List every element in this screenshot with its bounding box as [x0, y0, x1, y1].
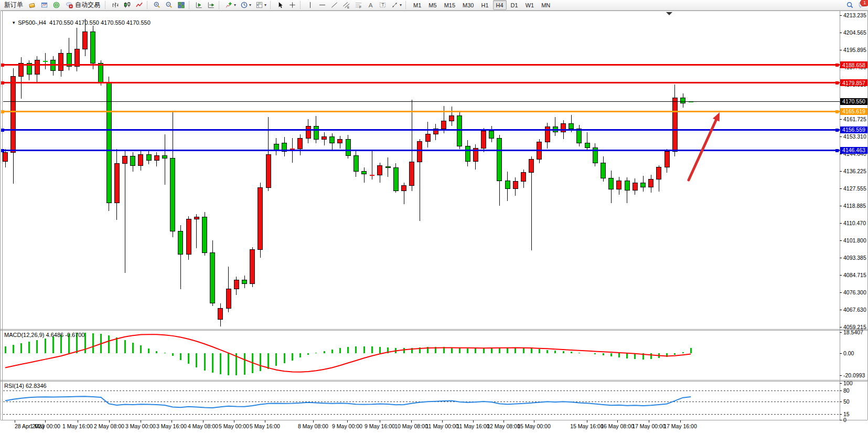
indicators-add-icon: [225, 1, 233, 9]
candle-bull: [378, 165, 382, 175]
annotation-arrow[interactable]: [689, 112, 720, 180]
auto-scroll-icon[interactable]: [206, 0, 217, 10]
candle-bear: [465, 146, 470, 162]
line-handle-left[interactable]: [1, 81, 4, 85]
indicators-add-icon-caret[interactable]: ▾: [234, 3, 236, 7]
timeframe-m1[interactable]: M1: [410, 0, 424, 10]
candle-bull: [250, 249, 255, 284]
line-handle-right[interactable]: [835, 110, 839, 113]
time-tick-label: 2 May 08:00: [94, 423, 124, 429]
line-handle-left[interactable]: [1, 149, 4, 152]
timeframe-d1[interactable]: D1: [508, 0, 521, 10]
time-tick-label: 15 May 16:00: [570, 423, 604, 429]
timeframe-w1-label: W1: [526, 2, 534, 8]
candle-bull: [633, 183, 637, 190]
candle-chart-icon[interactable]: [122, 0, 133, 10]
macd-panel: 18.54070.00-20.0993: [5, 329, 865, 378]
shapes-icon[interactable]: ▾: [389, 0, 403, 10]
candle-bear: [330, 137, 335, 143]
bar-chart-icon[interactable]: [110, 0, 121, 10]
line-handle-left[interactable]: [1, 110, 4, 113]
horizontal-line-icon: [318, 1, 326, 9]
chart-collapse-icon[interactable]: ▼: [12, 20, 16, 25]
search-icon[interactable]: [844, 0, 855, 10]
line-chart-icon[interactable]: [134, 0, 145, 10]
order-ticket-icon[interactable]: [27, 0, 38, 10]
candle-bear: [505, 181, 510, 188]
main-toolbar: 新订单自动交易▾▾▾EFAT▾M1M5M15M30H1H4D1W1MN1: [0, 0, 868, 10]
timeframe-h4-label: H4: [496, 2, 503, 8]
chart-canvas[interactable]: 4213.2354204.5654195.8954187.4804178.810…: [0, 10, 868, 433]
price-tick-label: 4118.885: [843, 203, 866, 209]
trendline-icon[interactable]: [329, 0, 340, 10]
crosshair-icon[interactable]: [287, 0, 298, 10]
indicators-add-icon[interactable]: ▾: [223, 0, 238, 10]
navigator-icon[interactable]: [51, 0, 62, 10]
time-tick-label: 11 May 16:00: [457, 423, 490, 429]
label-tool-icon[interactable]: T: [377, 0, 388, 10]
candle-bull: [617, 181, 621, 189]
chart-shift-marker[interactable]: [666, 12, 672, 15]
line-handle-right[interactable]: [835, 149, 839, 152]
price-tick-label: 4153.310: [843, 133, 866, 140]
timeframe-m15[interactable]: M15: [441, 0, 458, 10]
time-tick-label: 17 May 00:00: [632, 423, 666, 429]
tile-windows-icon[interactable]: [176, 0, 187, 10]
equidistant-channel-icon[interactable]: E: [341, 0, 352, 10]
line-handle-left[interactable]: [1, 129, 4, 132]
timeframe-w1[interactable]: W1: [522, 0, 538, 10]
time-tick-label: 3 May 00:00: [125, 423, 156, 429]
timeframe-h1[interactable]: H1: [478, 0, 491, 10]
periods-icon[interactable]: ▾: [239, 0, 253, 10]
time-tick-label: 9 May 16:00: [365, 423, 395, 429]
candle-bear: [146, 154, 151, 161]
fibonacci-icon[interactable]: F: [353, 0, 364, 10]
timeframe-m30[interactable]: M30: [459, 0, 477, 10]
timeframe-h4[interactable]: H4: [493, 0, 507, 10]
order-ticket-icon: [28, 1, 36, 9]
price-tick-label: 4084.715: [843, 272, 866, 278]
line-handle-right[interactable]: [835, 64, 839, 67]
candle-bear: [91, 32, 95, 64]
periods-icon-caret[interactable]: ▾: [249, 3, 251, 7]
candle-bull: [74, 49, 79, 67]
templates-icon[interactable]: ▾: [254, 0, 268, 10]
cursor-icon[interactable]: [275, 0, 286, 10]
line-handle-right[interactable]: [835, 129, 839, 132]
chart-shift-icon: [195, 1, 203, 9]
timeframe-m5[interactable]: M5: [425, 0, 440, 10]
templates-icon-caret[interactable]: ▾: [264, 3, 266, 7]
rsi-label: RSI(14) 62.8346: [4, 383, 47, 389]
time-tick-label: 15 May 00:00: [517, 423, 551, 429]
zoom-out-icon[interactable]: [164, 0, 175, 10]
candle-bull: [306, 126, 310, 138]
candle-bull: [649, 179, 653, 187]
toolbar-separator: [270, 1, 273, 9]
candle-bull: [11, 77, 16, 153]
candle-bear: [131, 156, 135, 165]
rsi-line: [5, 396, 691, 408]
candle-chart-icon: [123, 1, 131, 9]
horizontal-line-icon[interactable]: [317, 0, 328, 10]
rsi-tick-label: 50: [843, 398, 850, 405]
vertical-line-icon[interactable]: [305, 0, 316, 10]
toolbar-separator: [405, 1, 408, 9]
timeframe-h1-label: H1: [481, 2, 488, 8]
chart-shift-icon[interactable]: [194, 0, 205, 10]
timeframe-d1-label: D1: [511, 2, 518, 8]
zoom-in-icon[interactable]: [152, 0, 163, 10]
new-chart-icon[interactable]: [39, 0, 50, 10]
line-handle-right[interactable]: [835, 81, 839, 85]
notifications-icon[interactable]: 1: [856, 0, 867, 10]
new-order-button-label: 新订单: [4, 1, 23, 9]
time-tick-label: 5 May 00:00: [219, 423, 249, 429]
line-handle-left[interactable]: [1, 64, 4, 67]
shapes-icon-caret[interactable]: ▾: [400, 3, 402, 7]
candle-bear: [497, 138, 502, 181]
new-order-button[interactable]: 新订单: [2, 0, 26, 10]
price-tick-label: 4161.725: [843, 116, 866, 122]
text-tool-icon[interactable]: A: [365, 0, 376, 10]
timeframe-mn[interactable]: MN: [538, 0, 553, 10]
autotrading-button[interactable]: 自动交易: [63, 0, 103, 10]
zoom-out-icon: [165, 1, 173, 9]
